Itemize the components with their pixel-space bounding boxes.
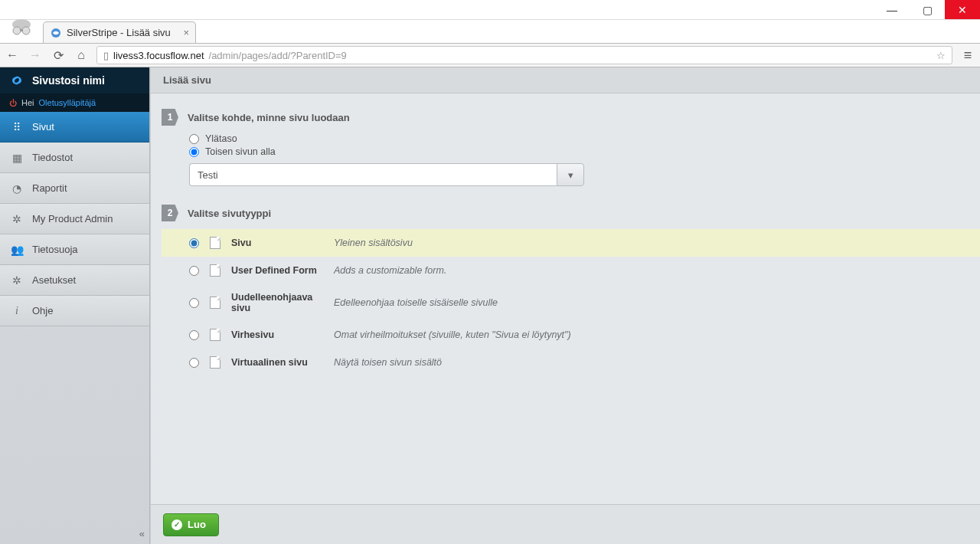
sidebar-item-label: Sivut xyxy=(32,121,54,133)
pagetype-name: Sivu xyxy=(231,238,323,248)
sidebar-item-label: Raportit xyxy=(32,182,67,194)
sidebar-item-label: My Product Admin xyxy=(32,213,113,224)
parent-mode-under-radio[interactable] xyxy=(189,147,199,157)
parent-page-dropdown-button[interactable]: ▾ xyxy=(557,163,584,186)
page-title: Lisää sivu xyxy=(151,67,980,93)
pagetype-row[interactable]: User Defined Form Adds a customizable fo… xyxy=(162,257,980,284)
pagetype-desc: Näytä toisen sivun sisältö xyxy=(334,357,442,368)
browser-tab[interactable]: SilverStripe - Lisää sivu × xyxy=(43,21,196,43)
create-button-label: Luo xyxy=(188,519,206,530)
help-icon: i xyxy=(11,305,23,317)
power-icon[interactable]: ⏻ xyxy=(9,99,17,107)
pagetype-row[interactable]: Uudelleenohjaava sivu Edelleenohjaa tois… xyxy=(162,284,980,321)
step-2-title: Valitse sivutyyppi xyxy=(188,208,271,219)
pagetype-radio[interactable] xyxy=(189,266,199,276)
pagetype-name: Virhesivu xyxy=(231,329,323,340)
brand-title: Sivustosi nimi xyxy=(32,74,105,87)
browser-menu-icon[interactable]: ≡ xyxy=(960,48,975,64)
reports-icon: ◔ xyxy=(11,182,23,195)
step-1-body: Ylätaso Toisen sivun alla ▾ xyxy=(189,133,980,186)
main-panel: Lisää sivu 1 Valitse kohde, minne sivu l… xyxy=(150,67,980,544)
page-info-icon[interactable]: ▯ xyxy=(103,50,109,61)
pagetype-radio[interactable] xyxy=(189,298,199,308)
parent-page-input[interactable] xyxy=(189,163,557,186)
url-path: /admin/pages/add/?ParentID=9 xyxy=(209,50,347,61)
nav-home-icon[interactable]: ⌂ xyxy=(74,48,89,62)
form-footer: ✓ Luo xyxy=(151,504,980,544)
pagetype-desc: Omat virheilmoitukset (sivuille, kuten "… xyxy=(334,329,571,340)
svg-point-1 xyxy=(13,27,21,34)
sidebar-item-help[interactable]: i Ohje xyxy=(0,296,149,326)
tab-title: SilverStripe - Lisää sivu xyxy=(67,27,171,38)
pagetype-row[interactable]: Virtuaalinen sivu Näytä toisen sivun sis… xyxy=(162,349,980,376)
step-2-header: 2 Valitse sivutyyppi xyxy=(162,205,980,221)
parent-page-combo: ▾ xyxy=(189,163,584,186)
pagetype-name: User Defined Form xyxy=(231,265,323,276)
sidebar-nav: ⠿ Sivut ▦ Tiedostot ◔ Raportit ✲ My Prod… xyxy=(0,112,149,326)
pagetype-desc: Edelleenohjaa toiselle sisäiselle sivull… xyxy=(334,297,498,308)
url-input[interactable]: ▯ livess3.focusflow.net/admin/pages/add/… xyxy=(96,46,952,64)
nav-reload-icon[interactable]: ⟳ xyxy=(51,48,66,63)
site-brand[interactable]: Sivustosi nimi xyxy=(0,67,149,93)
app-shell: Sivustosi nimi ⏻ Hei Oletusylläpitäjä ⠿ … xyxy=(0,67,980,544)
sidebar-item-settings[interactable]: ✲ Asetukset xyxy=(0,265,149,296)
nav-forward-icon[interactable]: → xyxy=(28,48,43,62)
sidebar-item-product-admin[interactable]: ✲ My Product Admin xyxy=(0,204,149,234)
nav-back-icon[interactable]: ← xyxy=(5,48,20,62)
browser-toolbar: ← → ⟳ ⌂ ▯ livess3.focusflow.net/admin/pa… xyxy=(0,43,980,67)
pagetype-desc: Yleinen sisältösivu xyxy=(334,238,413,248)
tab-close-icon[interactable]: × xyxy=(183,27,189,38)
svg-point-2 xyxy=(22,27,30,34)
add-page-form: 1 Valitse kohde, minne sivu luodaan Ylät… xyxy=(151,93,980,544)
page-icon xyxy=(210,297,220,309)
pages-icon: ⠿ xyxy=(11,121,23,133)
sidebar-item-label: Ohje xyxy=(32,305,53,316)
settings-icon: ✲ xyxy=(11,274,23,287)
window-chrome: — ▢ ✕ xyxy=(0,0,980,20)
pagetype-row[interactable]: Virhesivu Omat virheilmoitukset (sivuill… xyxy=(162,321,980,349)
parent-mode-toplevel-radio[interactable] xyxy=(189,134,199,144)
pagetype-desc: Adds a customizable form. xyxy=(334,265,446,276)
window-maximize-button[interactable]: ▢ xyxy=(910,0,945,19)
url-host: livess3.focusflow.net xyxy=(113,50,204,61)
sidebar-item-label: Tiedostot xyxy=(32,152,73,163)
pagetype-radio[interactable] xyxy=(189,358,199,368)
sidebar-item-privacy[interactable]: 👥 Tietosuoja xyxy=(0,234,149,265)
incognito-icon xyxy=(6,11,37,41)
sidebar-collapse-icon[interactable]: « xyxy=(139,528,145,539)
privacy-icon: 👥 xyxy=(11,244,23,256)
current-user-link[interactable]: Oletusylläpitäjä xyxy=(39,98,96,107)
parent-mode-toplevel[interactable]: Ylätaso xyxy=(189,133,980,144)
page-icon xyxy=(210,264,220,277)
pagetype-radio[interactable] xyxy=(189,238,199,248)
radio-label: Toisen sivun alla xyxy=(205,146,276,157)
sidebar: Sivustosi nimi ⏻ Hei Oletusylläpitäjä ⠿ … xyxy=(0,67,150,544)
files-icon: ▦ xyxy=(11,152,23,164)
tab-favicon-icon xyxy=(50,27,62,39)
create-button[interactable]: ✓ Luo xyxy=(163,513,219,536)
brand-logon-icon xyxy=(9,73,24,88)
svg-rect-3 xyxy=(20,29,23,31)
pagetype-row[interactable]: Sivu Yleinen sisältösivu xyxy=(162,229,980,257)
pagetype-name: Uudelleenohjaava sivu xyxy=(231,292,323,313)
pagetype-radio[interactable] xyxy=(189,330,199,340)
window-minimize-button[interactable]: — xyxy=(874,0,910,19)
step-1-title: Valitse kohde, minne sivu luodaan xyxy=(188,112,350,123)
chevron-down-icon: ▾ xyxy=(568,169,573,181)
sidebar-item-reports[interactable]: ◔ Raportit xyxy=(0,173,149,204)
window-close-button[interactable]: ✕ xyxy=(945,0,980,19)
sidebar-item-pages[interactable]: ⠿ Sivut xyxy=(0,112,149,143)
pagetype-name: Virtuaalinen sivu xyxy=(231,357,323,368)
greeting-prefix: Hei xyxy=(21,98,34,107)
radio-label: Ylätaso xyxy=(205,133,237,144)
page-icon xyxy=(210,237,220,249)
pagetype-list: Sivu Yleinen sisältösivu User Defined Fo… xyxy=(162,229,980,376)
bookmark-star-icon[interactable]: ☆ xyxy=(936,50,946,61)
check-circle-icon: ✓ xyxy=(172,519,182,530)
sidebar-item-files[interactable]: ▦ Tiedostot xyxy=(0,143,149,173)
parent-mode-under[interactable]: Toisen sivun alla xyxy=(189,146,980,157)
step-number-badge: 1 xyxy=(162,109,178,126)
page-icon xyxy=(210,329,220,341)
browser-tabstrip: SilverStripe - Lisää sivu × xyxy=(0,20,980,43)
sidebar-item-label: Asetukset xyxy=(32,274,76,286)
